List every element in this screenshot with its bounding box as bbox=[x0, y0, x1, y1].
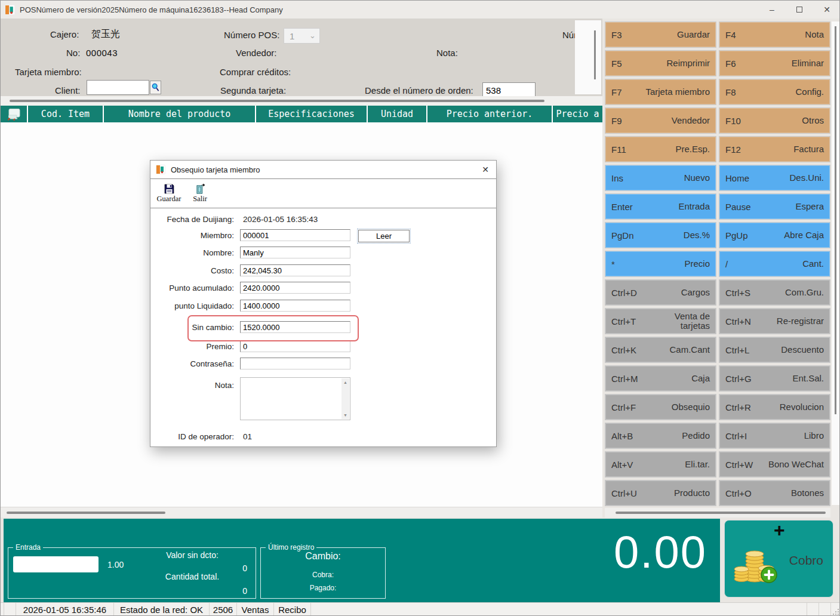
nota-textarea[interactable] bbox=[241, 378, 341, 419]
key-function: Cargos bbox=[681, 288, 710, 297]
nota-label: Nota: bbox=[436, 48, 458, 58]
key-ctrl-w[interactable]: Ctrl+WBono WeChat bbox=[719, 451, 830, 478]
form-vertical-scrollbar[interactable] bbox=[594, 30, 596, 79]
key-f11[interactable]: F11Pre.Esp. bbox=[605, 136, 716, 162]
form-horizontal-scrollbar[interactable] bbox=[10, 100, 544, 102]
key-ctrl-n[interactable]: Ctrl+NRe-registrar bbox=[719, 308, 830, 334]
column-header-precio-anterior[interactable]: Precio anterior. bbox=[427, 106, 552, 122]
items-table-header: Cod. Item Nombre del producto Especifica… bbox=[1, 106, 602, 122]
premio-input[interactable] bbox=[240, 340, 350, 352]
resize-grip[interactable] bbox=[831, 603, 840, 616]
key-ctrl-l[interactable]: Ctrl+LDescuento bbox=[719, 337, 830, 363]
key-function: Descuento bbox=[781, 345, 824, 355]
field-row-punto-liquidado: punto Liquidado: bbox=[150, 298, 497, 312]
punto-liquidado-input[interactable] bbox=[240, 300, 350, 312]
key-ctrl-g[interactable]: Ctrl+GEnt.Sal. bbox=[719, 365, 830, 392]
keypad-vertical-scrollbar[interactable] bbox=[835, 26, 836, 414]
key-shortcut: Ctrl+F bbox=[611, 402, 636, 412]
punto-acumulado-input[interactable] bbox=[240, 282, 350, 294]
key-function: Guardar bbox=[677, 30, 710, 39]
app-icon bbox=[156, 165, 165, 174]
key-pgup[interactable]: PgUpAbre Caja bbox=[719, 222, 830, 248]
minimize-button[interactable]: – bbox=[758, 1, 786, 19]
key-f8[interactable]: F8Config. bbox=[719, 79, 830, 105]
close-button[interactable]: ✕ bbox=[813, 1, 840, 19]
key-f7[interactable]: F7Tarjeta miembro bbox=[605, 79, 716, 105]
scroll-up-icon[interactable]: ▲ bbox=[343, 380, 347, 384]
key-f4[interactable]: F4Nota bbox=[719, 21, 830, 48]
column-header-cod-item[interactable]: Cod. Item bbox=[28, 106, 103, 122]
status-ventas[interactable]: Ventas bbox=[237, 603, 274, 616]
key-function: Otros bbox=[802, 116, 824, 125]
guardar-tool-button[interactable]: Guardar bbox=[154, 181, 184, 206]
key-pgdn[interactable]: PgDnDes.% bbox=[605, 222, 716, 248]
key-shortcut: Ctrl+K bbox=[611, 345, 636, 355]
nota-scrollbar[interactable]: ▲ ▼ bbox=[341, 378, 349, 419]
contrasena-input[interactable] bbox=[240, 358, 350, 369]
table-horizontal-scrollbar[interactable] bbox=[7, 512, 165, 514]
key-function: Factura bbox=[793, 144, 824, 154]
key-ins[interactable]: InsNuevo bbox=[605, 165, 716, 191]
salir-tool-button[interactable]: Salir bbox=[185, 181, 215, 206]
status-recibo[interactable]: Recibo bbox=[274, 603, 311, 616]
keypad-horizontal-scrollbar[interactable] bbox=[616, 512, 826, 514]
column-header-unidad[interactable]: Unidad bbox=[368, 106, 426, 122]
key-shortcut: PgUp bbox=[725, 230, 748, 241]
key-home[interactable]: HomeDes.Uni. bbox=[719, 165, 830, 191]
column-header-nombre[interactable]: Nombre del producto bbox=[104, 106, 255, 122]
key-ctrl-t[interactable]: Ctrl+TVenta de tarjetas bbox=[605, 308, 716, 334]
client-search-button[interactable] bbox=[150, 81, 161, 94]
key-alt-b[interactable]: Alt+BPedido bbox=[605, 423, 716, 449]
numero-pos-value: 1 bbox=[290, 31, 294, 41]
leer-button[interactable]: Leer bbox=[358, 230, 410, 242]
key-shortcut: Ctrl+I bbox=[725, 431, 747, 441]
scroll-down-icon[interactable]: ▼ bbox=[343, 413, 347, 417]
table-icon-column bbox=[1, 106, 27, 122]
key-f6[interactable]: F6Eliminar bbox=[719, 50, 830, 76]
key-shortcut: F12 bbox=[725, 144, 741, 155]
column-header-especificaciones[interactable]: Especificaciones bbox=[256, 106, 367, 122]
key-f10[interactable]: F10Otros bbox=[719, 107, 830, 134]
key-ctrl-d[interactable]: Ctrl+DCargos bbox=[605, 279, 716, 306]
pagado-label: Pagado: bbox=[261, 584, 385, 592]
costo-input[interactable] bbox=[240, 264, 350, 276]
key-f12[interactable]: F12Factura bbox=[719, 136, 830, 162]
key-f5[interactable]: F5Reimprimir bbox=[605, 50, 716, 76]
column-header-precio-actual[interactable]: Precio a bbox=[553, 106, 602, 122]
sin-cambio-input[interactable] bbox=[240, 321, 350, 333]
numero-pos-select[interactable]: 1 ⌄ bbox=[284, 28, 320, 44]
maximize-button[interactable] bbox=[786, 1, 813, 19]
key-ctrl-u[interactable]: Ctrl+UProducto bbox=[605, 480, 716, 506]
nombre-input[interactable] bbox=[240, 247, 350, 258]
key-star[interactable]: *Precio bbox=[605, 251, 716, 277]
status-network: Estado de la red: OK bbox=[114, 603, 210, 616]
key-ctrl-k[interactable]: Ctrl+KCam.Cant bbox=[605, 337, 716, 363]
key-ctrl-i[interactable]: Ctrl+ILibro bbox=[719, 423, 830, 449]
key-ctrl-o[interactable]: Ctrl+OBotones bbox=[719, 480, 830, 506]
key-function: Des.Uni. bbox=[789, 173, 824, 183]
entrada-input[interactable] bbox=[13, 556, 99, 572]
miembro-input[interactable] bbox=[240, 229, 350, 241]
numero-pos-label: Número POS: bbox=[224, 30, 279, 40]
form-horizontal-scroll-track bbox=[1, 96, 602, 106]
dialog-close-button[interactable]: ✕ bbox=[475, 161, 496, 178]
client-input[interactable] bbox=[87, 80, 149, 95]
key-enter[interactable]: EnterEntrada bbox=[605, 193, 716, 220]
desde-orden-label: Desde el número de orden: bbox=[365, 85, 473, 96]
premio-label: Premio: bbox=[150, 342, 234, 351]
key-alt-v[interactable]: Alt+VEli.tar. bbox=[605, 451, 716, 478]
key-function: Producto bbox=[674, 488, 710, 498]
key-f9[interactable]: F9Vendedor bbox=[605, 107, 716, 134]
desde-orden-input[interactable] bbox=[482, 82, 536, 96]
key-function: Des.% bbox=[684, 230, 710, 240]
key-ctrl-s[interactable]: Ctrl+SCom.Gru. bbox=[719, 279, 830, 306]
key-function: Espera bbox=[795, 202, 824, 211]
key-pause[interactable]: PauseEspera bbox=[719, 193, 830, 220]
key-ctrl-r[interactable]: Ctrl+RRevolucion bbox=[719, 394, 830, 420]
comprar-creditos-label: Comprar créditos: bbox=[220, 67, 291, 77]
key-f3[interactable]: F3Guardar bbox=[605, 21, 716, 48]
key-ctrl-m[interactable]: Ctrl+MCaja bbox=[605, 365, 716, 392]
key-ctrl-f[interactable]: Ctrl+FObsequio bbox=[605, 394, 716, 420]
cobro-button[interactable]: + Cobro bbox=[724, 520, 833, 597]
key-slash[interactable]: /Cant. bbox=[719, 251, 830, 277]
